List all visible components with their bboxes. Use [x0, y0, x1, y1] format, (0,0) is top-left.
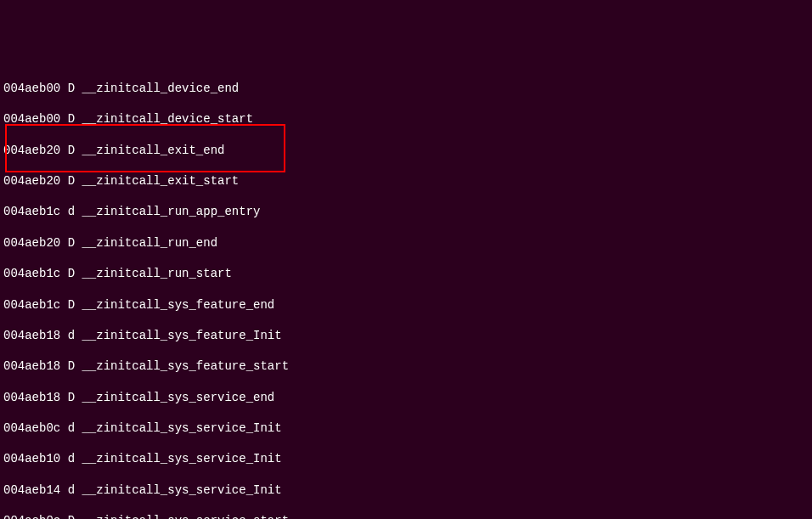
symbol-line: 004aeb18 D __zinitcall_sys_feature_start [3, 358, 809, 374]
symbol-line: 004aeb0c D __zinitcall_sys_service_start [3, 513, 809, 519]
symbol-line: 004aeb18 D __zinitcall_sys_service_end [3, 390, 809, 405]
symbol-line: 004aeb1c D __zinitcall_sys_feature_end [3, 297, 809, 313]
symbol-line: 004aeb20 D __zinitcall_exit_end [3, 143, 809, 158]
symbol-line: 004aeb10 d __zinitcall_sys_service_Init [3, 451, 809, 466]
terminal-output[interactable]: 004aeb00 D __zinitcall_device_end 004aeb… [3, 65, 809, 519]
symbol-line: 004aeb00 D __zinitcall_device_end [3, 81, 809, 96]
symbol-line: 004aeb20 D __zinitcall_run_end [3, 235, 809, 251]
symbol-line: 004aeb0c d __zinitcall_sys_service_Init [3, 420, 809, 436]
symbol-line: 004aeb14 d __zinitcall_sys_service_Init [3, 482, 809, 498]
symbol-line: 004aeb18 d __zinitcall_sys_feature_Init [3, 328, 809, 343]
symbol-line: 004aeb00 D __zinitcall_device_start [3, 111, 809, 127]
symbol-line: 004aeb1c D __zinitcall_run_start [3, 266, 809, 281]
symbol-line: 004aeb1c d __zinitcall_run_app_entry [3, 204, 809, 219]
symbol-line: 004aeb20 D __zinitcall_exit_start [3, 173, 809, 189]
